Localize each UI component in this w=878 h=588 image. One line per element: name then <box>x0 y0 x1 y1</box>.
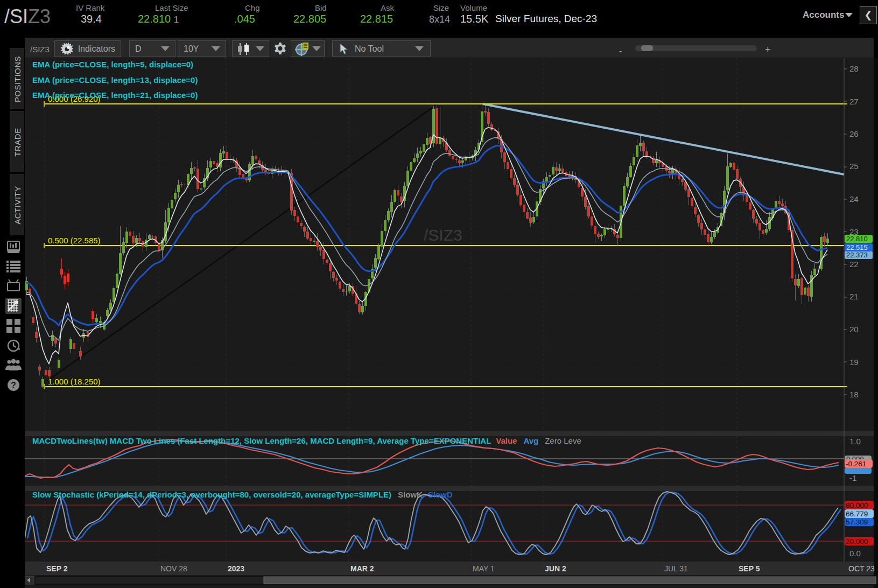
svg-text:/SIZ3: /SIZ3 <box>424 226 462 244</box>
svg-text:1.000 (18.250): 1.000 (18.250) <box>48 377 101 386</box>
svg-text:?: ? <box>11 381 16 390</box>
svg-text:EMA (price=CLOSE, length=21, d: EMA (price=CLOSE, length=21, displace=0) <box>32 90 198 100</box>
svg-text:18: 18 <box>849 390 859 399</box>
svg-text:20.000: 20.000 <box>846 537 868 545</box>
svg-text:26: 26 <box>849 129 859 138</box>
svg-text:JUL 31: JUL 31 <box>664 564 688 573</box>
svg-text:24: 24 <box>849 194 859 204</box>
svg-text:MAR 2: MAR 2 <box>350 564 374 573</box>
svg-text:2023: 2023 <box>228 564 244 573</box>
svg-text:66.779: 66.779 <box>846 510 868 518</box>
svg-text:1.0: 1.0 <box>849 437 861 446</box>
svg-text:0.0: 0.0 <box>849 549 861 558</box>
svg-text:JUN 2: JUN 2 <box>545 564 566 573</box>
svg-text:OCT 23: OCT 23 <box>848 564 875 573</box>
svg-text:MAY 1: MAY 1 <box>473 564 495 573</box>
svg-text:-1: -1 <box>849 473 856 482</box>
svg-text:Slow Stochastic (kPeriod=14, d: Slow Stochastic (kPeriod=14, dPeriod=3, … <box>32 490 453 499</box>
svg-text:22: 22 <box>849 260 859 269</box>
svg-text:57.309: 57.309 <box>846 518 868 526</box>
svg-text:MACDTwoLines(tw) MACD Two Line: MACDTwoLines(tw) MACD Two Lines (Fast Le… <box>32 436 581 445</box>
svg-text:22.373: 22.373 <box>846 251 868 259</box>
svg-text:20: 20 <box>849 325 859 334</box>
svg-text:19: 19 <box>849 358 859 367</box>
svg-text:80.000: 80.000 <box>846 501 868 509</box>
svg-text:SEP 2: SEP 2 <box>46 564 68 573</box>
svg-text:27: 27 <box>849 97 859 106</box>
svg-text:22.810: 22.810 <box>846 235 868 243</box>
svg-text:0.500 (22.585): 0.500 (22.585) <box>48 236 101 245</box>
svg-text:NOV 28: NOV 28 <box>160 564 187 573</box>
svg-text:25: 25 <box>849 162 859 171</box>
svg-text:22.515: 22.515 <box>846 243 868 251</box>
svg-text:21: 21 <box>849 292 859 301</box>
svg-text:EMA (price=CLOSE, length=13, d: EMA (price=CLOSE, length=13, displace=0) <box>32 75 198 85</box>
svg-text:28: 28 <box>849 64 859 73</box>
svg-text:-0.261: -0.261 <box>846 460 866 468</box>
svg-text:EMA (price=CLOSE, length=5, di: EMA (price=CLOSE, length=5, displace=0) <box>32 60 193 69</box>
svg-text:SEP 5: SEP 5 <box>739 564 760 573</box>
